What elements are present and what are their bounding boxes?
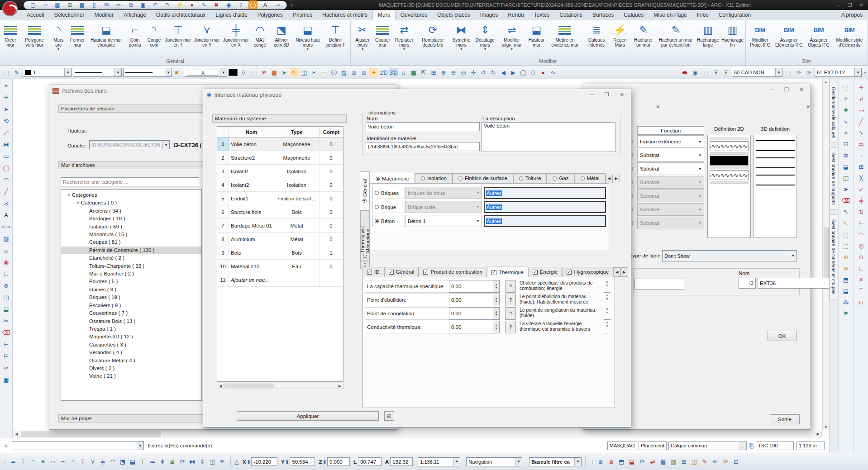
table-row[interactable]: 9BoisBois1 xyxy=(217,246,343,260)
category-tab-maconnerie[interactable]: Maçonnerie xyxy=(370,173,415,184)
dock-tab-gestionnaire-de-rapports[interactable]: Gestionnaire de rapports xyxy=(830,147,837,210)
tab-scroll-left-icon[interactable]: ◀ xyxy=(606,174,613,183)
toolbar-grip[interactable]: ⋮⋮ xyxy=(701,70,710,75)
rect-draw-icon[interactable]: ▭ xyxy=(856,139,867,149)
cell-nom[interactable]: Material #10 xyxy=(229,260,274,273)
ribbon-assigner-elements-ifc-button[interactable]: BIMAssigner Eléments IFC xyxy=(773,21,805,47)
toolbar-grip[interactable]: ⋮⋮ xyxy=(784,70,793,75)
line-width-combo[interactable]: ▼ xyxy=(123,68,172,77)
menu-tab-images[interactable]: Images xyxy=(475,10,503,20)
ribbon-decalage-murs-button[interactable]: ⇕Décalage murs▾ xyxy=(473,21,497,52)
ribbon-ajuster-murs-button[interactable]: ✂Ajuster murs▾ xyxy=(352,21,373,52)
ellipse-tool-icon[interactable]: ⬯ xyxy=(529,68,538,77)
select-arrow-icon[interactable]: ↖ xyxy=(840,207,851,217)
tree-item-monomurs-15[interactable]: Monomurs ( 15 ) xyxy=(61,231,201,238)
restore-icon[interactable]: ❐ xyxy=(784,87,789,93)
calque-field[interactable]: Calque commun xyxy=(668,442,737,450)
highlight-circle-icon[interactable]: ◯ xyxy=(248,0,258,9)
toolbar-grip[interactable]: ⋮⋮ xyxy=(2,70,11,75)
description-scroll[interactable]: ∧∨ xyxy=(604,280,610,293)
ribbon-modifier-style-d-elements-button[interactable]: BIMModifier style d'éléments xyxy=(833,21,866,47)
property-value-field[interactable]: 0.00▲▼ xyxy=(449,294,500,306)
polyline-icon[interactable]: ⋌ xyxy=(1,199,11,208)
circle-icon[interactable]: ◯ xyxy=(1,163,11,173)
checkbox-checked-icon[interactable]: ✓ xyxy=(367,270,372,275)
rotate-right-icon[interactable]: ↻ xyxy=(489,68,498,77)
category-search-input[interactable] xyxy=(61,177,199,186)
nom-input[interactable] xyxy=(366,122,480,131)
menu-tab-polygones[interactable]: Polygones xyxy=(253,10,288,20)
z-lock-icon[interactable]: ▮ xyxy=(323,459,326,464)
scrollbar-thumb[interactable] xyxy=(224,384,274,388)
cell-nom[interactable]: Aluminium xyxy=(229,233,274,246)
tree-item-escaliers-9[interactable]: Escaliers ( 9 ) xyxy=(61,302,201,309)
menu-tab-infos[interactable]: Infos xyxy=(692,10,714,20)
select-crossing-icon[interactable]: ⬚ xyxy=(840,241,851,251)
star-snap-icon[interactable]: ✦ xyxy=(369,68,378,77)
description-scroll[interactable]: ∧∨ xyxy=(604,307,610,320)
pattern-swatch-2d-solid[interactable] xyxy=(710,156,749,166)
chevron-down-icon[interactable]: ▼ xyxy=(854,68,861,76)
ok-button[interactable]: OK xyxy=(768,331,796,341)
grid-draw-icon[interactable]: ⊞ xyxy=(856,162,867,171)
pen-blue-icon[interactable]: ✏ xyxy=(711,457,720,466)
insert-block-icon[interactable]: ⧈ xyxy=(596,457,605,466)
ribbon-hachurage-large-button[interactable]: ▥Hachurage large xyxy=(695,21,721,47)
trash-icon[interactable]: ⌫ xyxy=(840,196,851,205)
adjust-icon[interactable]: ═ xyxy=(148,457,157,466)
tree-item-poutres-5[interactable]: Poutres ( 5 ) xyxy=(61,278,201,285)
angle-field[interactable]: 132.32 xyxy=(390,457,413,466)
arc-icon[interactable]: ◠ xyxy=(1,175,11,185)
new-file-icon[interactable]: ▢ xyxy=(29,0,38,9)
checkbox-checked-icon[interactable]: ✓ xyxy=(491,270,496,275)
table-row[interactable]: 4Isolant2Isolation0 xyxy=(217,178,343,192)
lock-icon[interactable]: ▣ xyxy=(1,375,11,385)
chevron-down-icon[interactable]: ▼ xyxy=(162,141,169,149)
menu-tab-cotations[interactable]: Cotations xyxy=(554,10,587,20)
property-tab-energie[interactable]: ✓Énergie xyxy=(528,267,563,277)
combo-brique[interactable]: Brique cuite▼ xyxy=(405,201,482,213)
target-icon[interactable]: ⌖ xyxy=(1,81,11,90)
hatch-wide-icon[interactable]: ◫ xyxy=(208,457,217,466)
fonction-combo-2[interactable]: Substrat▼ xyxy=(637,149,704,161)
clipped-name-field[interactable] xyxy=(634,279,684,290)
table-row[interactable]: 5Enduit1Finition de surf...0 xyxy=(217,192,343,205)
tree-node-categories[interactable]: ˅Categories xyxy=(61,191,201,199)
circle-tool-icon[interactable]: ◯ xyxy=(519,68,528,77)
material-id-input[interactable] xyxy=(366,142,480,151)
ribbon-couper-mur-button[interactable]: Couper mur xyxy=(373,21,392,47)
chevron-down-icon[interactable]: ▾ xyxy=(307,47,309,52)
cell-compte[interactable]: 0 xyxy=(320,165,343,178)
ribbon-symetrie-murs-button[interactable]: ⧓Symétrie murs▾ xyxy=(450,21,473,52)
toolbar-grip[interactable]: ⋮⋮ xyxy=(249,70,258,75)
cell-type[interactable]: Eau xyxy=(274,260,320,273)
print-icon[interactable]: ▦ xyxy=(77,0,86,9)
eye-icon[interactable]: ◉ xyxy=(691,68,700,77)
point-grid-icon[interactable]: ⁙ xyxy=(856,151,867,160)
caret-down-icon[interactable]: ˅ xyxy=(76,200,79,205)
pattern-swatch-2d-wave[interactable]: ∿∿∿∿∿∿∿∿∿∿ xyxy=(710,141,749,151)
minimize-icon[interactable]: ─ xyxy=(590,92,594,98)
table-horizontal-scrollbar[interactable]: ◀ ▶ xyxy=(217,383,343,389)
angle-90-icon[interactable]: ∟ xyxy=(856,264,867,273)
chevron-down-icon[interactable]: ▼ xyxy=(515,458,522,466)
canvas-vertical-scrollbar[interactable]: ▲ ▼ xyxy=(822,79,829,430)
visibility-icon[interactable]: ◉ xyxy=(224,0,233,9)
solid-icon[interactable]: ⬓ xyxy=(840,162,851,171)
qat-overflow-icon[interactable]: ▾ xyxy=(290,3,293,8)
cell-compte[interactable]: 0 xyxy=(320,138,343,151)
category-tree[interactable]: ˅Categories ˅Catégories ( 0 ) Anciens ( … xyxy=(61,189,202,401)
chevron-down-icon[interactable]: ▾ xyxy=(362,47,363,52)
line-icon[interactable]: ╱ xyxy=(1,187,11,196)
property-value-field[interactable]: 0.00▲▼ xyxy=(449,280,500,293)
help-button[interactable]: ? xyxy=(505,280,516,293)
chevron-down-icon[interactable]: ▼ xyxy=(574,458,581,466)
tsc-field[interactable]: TSC 100 xyxy=(756,442,794,450)
ribbon-affiner-coin-3d-button[interactable]: ⬔Affiner coin 3D xyxy=(269,21,293,47)
zoom-plus-icon[interactable]: ⊕ xyxy=(840,252,851,262)
chevron-down-icon[interactable]: ▾ xyxy=(511,47,513,52)
exit-icon[interactable]: ⇥ xyxy=(273,0,282,9)
browse-button[interactable]: ... xyxy=(738,442,747,450)
help-button[interactable]: ? xyxy=(505,321,516,333)
menu-tab-textes[interactable]: Textes xyxy=(529,10,555,20)
